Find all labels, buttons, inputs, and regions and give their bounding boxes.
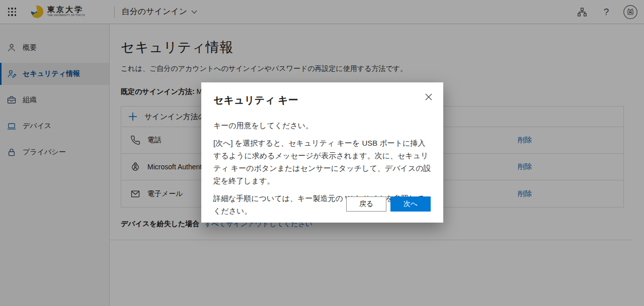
my-signins-page: 東京大学 THE UNIVERSITY OF TOKYO 自分のサインイン ? — [0, 0, 644, 306]
next-button[interactable]: 次へ — [390, 196, 431, 212]
dialog-title: セキュリティ キー — [213, 93, 431, 107]
dialog-paragraph-2: [次へ] を選択すると、セキュリティ キーを USB ポートに挿入するように求め… — [213, 137, 432, 187]
dialog-actions: 戻る 次へ — [346, 196, 431, 212]
dialog-paragraph-1: キーの用意をしてください。 — [213, 119, 432, 132]
security-key-dialog: セキュリティ キー キーの用意をしてください。 [次へ] を選択すると、セキュリ… — [201, 82, 443, 223]
back-button[interactable]: 戻る — [346, 196, 386, 212]
close-icon[interactable] — [422, 90, 435, 104]
